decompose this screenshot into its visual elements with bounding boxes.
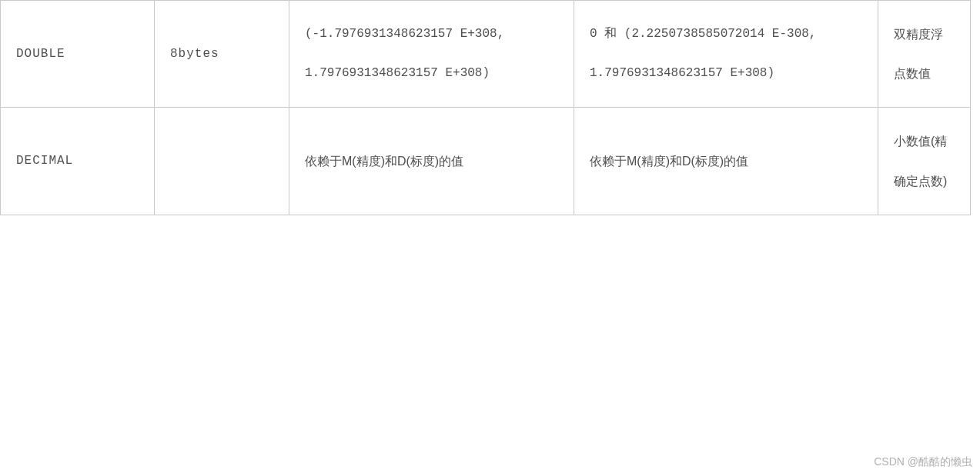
table-row: DECIMAL 依赖于M(精度)和D(标度)的值 依赖于M(精度)和D(标度)的… [1,108,971,215]
watermark-text: CSDN @酷酷的懒虫 [874,455,972,469]
type-cell: DECIMAL [1,108,155,215]
data-types-table: DOUBLE 8bytes (-1.7976931348623157 E+308… [0,0,971,215]
size-cell: 8bytes [155,1,289,108]
table-row: DOUBLE 8bytes (-1.7976931348623157 E+308… [1,1,971,108]
unsigned-range-cell: 依赖于M(精度)和D(标度)的值 [574,108,878,215]
signed-range-cell: (-1.7976931348623157 E+308, 1.7976931348… [289,1,574,108]
unsigned-range-cell: 0 和 (2.2250738585072014 E-308, 1.7976931… [574,1,878,108]
size-cell [155,108,289,215]
description-cell: 小数值(精确定点数) [878,108,971,215]
type-cell: DOUBLE [1,1,155,108]
description-cell: 双精度浮点数值 [878,1,971,108]
signed-range-cell: 依赖于M(精度)和D(标度)的值 [289,108,574,215]
